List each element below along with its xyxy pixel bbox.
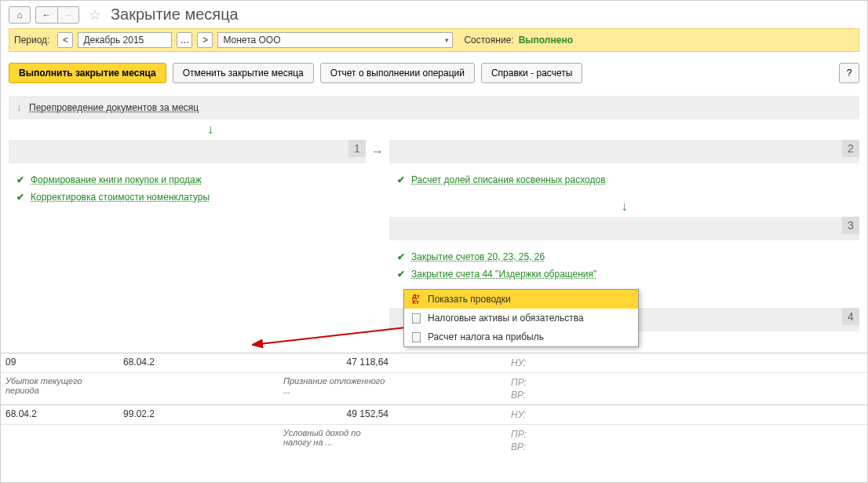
run-close-button[interactable]: Выполнить закрытие месяца (9, 63, 166, 83)
down-arrow-icon: ↓ (16, 102, 21, 113)
entries-icon: ДтКт (410, 294, 421, 305)
ledger-account-credit: 68.04.2 (119, 353, 236, 372)
help-button[interactable]: ? (839, 63, 859, 83)
back-button[interactable]: ← (35, 6, 57, 24)
flow-arrow-icon: ↓ (389, 196, 859, 217)
tax-label: ВР: (511, 441, 863, 453)
period-next-button[interactable]: > (197, 32, 213, 48)
ledger-amount: 49 152,54 (236, 405, 393, 424)
op-link[interactable]: Закрытие счетов 20, 23, 25, 26 (411, 251, 545, 262)
menu-item-show-entries[interactable]: ДтКт Показать проводки (404, 290, 638, 309)
action-bar: Выполнить закрытие месяца Отменить закры… (1, 52, 867, 91)
workflow-col-left: 1 ✔ Формирование книги покупок и продаж … (9, 140, 366, 331)
menu-item-label: Показать проводки (428, 294, 511, 305)
check-icon: ✔ (16, 192, 24, 203)
top-nav-bar: ⌂ ← → ☆ Закрытие месяца (1, 1, 867, 28)
block-2-header: 2 (389, 140, 859, 163)
op-link[interactable]: Формирование книги покупок и продаж (31, 174, 202, 185)
menu-item-label: Налоговые активы и обязательства (428, 313, 584, 324)
tax-labels: ПР: ВР: (495, 373, 867, 404)
reprov-block: ↓ Перепроведение документов за месяц (9, 96, 859, 119)
arrow-right-icon: → (64, 9, 73, 20)
block-1-ops: ✔ Формирование книги покупок и продаж ✔ … (9, 163, 366, 328)
block-number: 2 (842, 140, 859, 157)
reprov-link[interactable]: Перепроведение документов за месяц (29, 102, 199, 113)
ledger-desc2: Признание отложенного ... (236, 373, 393, 404)
arrow-left-icon: ← (42, 9, 52, 20)
period-prev-button[interactable]: < (57, 32, 73, 48)
tax-label: ПР: (511, 376, 863, 389)
workflow-grid: 1 ✔ Формирование книги покупок и продаж … (9, 140, 859, 331)
state-value: Выполнено (519, 35, 573, 46)
ledger-panel: 09 68.04.2 47 118,64 НУ: Убыток текущего… (1, 353, 867, 482)
flow-arrow-icon: ↓ (0, 119, 867, 140)
page-title: Закрытие месяца (111, 5, 239, 24)
op-item: ✔ Корректировка стоимости номенклатуры (16, 188, 358, 206)
block-2-ops: ✔ Расчет долей списания косвенных расход… (389, 163, 859, 196)
ledger-desc2: Условный доход по налогу на ... (236, 425, 393, 456)
document-icon (410, 313, 421, 324)
period-picker-button[interactable]: … (177, 32, 192, 48)
ledger-desc (1, 425, 119, 456)
period-label: Период: (14, 35, 49, 46)
home-button[interactable]: ⌂ (9, 6, 31, 24)
op-item: ✔ Закрытие счета 44 "Издержки обращения" (397, 265, 852, 283)
tax-labels: ПР: ВР: (495, 425, 867, 456)
period-bar: Период: < Декабрь 2015 … > Монета ООО ▾ … (9, 28, 859, 52)
ledger-row: Убыток текущего периода Признание отложе… (1, 373, 867, 405)
document-icon (410, 331, 421, 342)
period-input[interactable]: Декабрь 2015 (78, 32, 172, 48)
ledger-amount: 47 118,64 (236, 353, 393, 372)
block-number: 3 (842, 217, 859, 234)
tax-label: ВР: (511, 389, 863, 401)
op-link[interactable]: Закрытие счета 44 "Издержки обращения" (411, 269, 596, 280)
period-value: Декабрь 2015 (83, 35, 144, 46)
report-button[interactable]: Отчет о выполнении операций (320, 63, 475, 83)
references-button[interactable]: Справки - расчеты (481, 63, 582, 83)
block-number: 4 (842, 308, 859, 325)
tax-label: НУ: (511, 357, 863, 369)
ledger-row: 68.04.2 99.02.2 49 152,54 НУ: (1, 405, 867, 425)
block-3-header: 3 (389, 217, 859, 240)
state-label: Состояние: (464, 35, 513, 46)
check-icon: ✔ (397, 174, 405, 185)
cancel-close-button[interactable]: Отменить закрытие месяца (173, 63, 314, 83)
ledger-account-debit: 09 (1, 353, 119, 372)
menu-item-tax-assets[interactable]: Налоговые активы и обязательства (404, 309, 638, 327)
home-icon: ⌂ (16, 9, 22, 20)
block-number: 1 (348, 140, 366, 157)
op-item: ✔ Формирование книги покупок и продаж (16, 171, 358, 188)
organization-select[interactable]: Монета ООО ▾ (217, 32, 453, 48)
ledger-account-debit: 68.04.2 (1, 405, 119, 424)
tax-labels: НУ: (495, 353, 867, 372)
organization-value: Монета ООО (223, 35, 280, 46)
workflow-col-right: 2 ✔ Расчет долей списания косвенных расх… (389, 140, 859, 331)
op-item: ✔ Расчет долей списания косвенных расход… (397, 171, 852, 188)
ledger-row: 09 68.04.2 47 118,64 НУ: (1, 353, 867, 373)
ledger-desc: Убыток текущего периода (1, 373, 119, 404)
app-window: ⌂ ← → ☆ Закрытие месяца Период: < Декабр… (0, 0, 868, 483)
check-icon: ✔ (16, 174, 24, 185)
tax-label: НУ: (511, 408, 863, 421)
menu-item-label: Расчет налога на прибыль (428, 331, 544, 342)
menu-item-profit-tax[interactable]: Расчет налога на прибыль (404, 327, 638, 346)
tax-labels: НУ: (495, 405, 867, 424)
check-icon: ✔ (397, 269, 405, 280)
op-link[interactable]: Корректировка стоимости номенклатуры (31, 192, 210, 203)
ledger-account-credit: 99.02.2 (119, 405, 236, 424)
flow-arrow-right-icon: → (366, 140, 389, 331)
context-menu: ДтКт Показать проводки Налоговые активы … (403, 289, 639, 347)
favorite-star-icon[interactable]: ☆ (89, 6, 101, 24)
block-1-header: 1 (9, 140, 366, 163)
ledger-row: Условный доход по налогу на ... ПР: ВР: (1, 425, 867, 456)
tax-label: ПР: (511, 428, 863, 441)
block-3-ops: ✔ Закрытие счетов 20, 23, 25, 26 ✔ Закры… (389, 240, 859, 291)
check-icon: ✔ (397, 251, 405, 262)
op-item: ✔ Закрытие счетов 20, 23, 25, 26 (397, 248, 852, 265)
op-link[interactable]: Расчет долей списания косвенных расходов (411, 174, 606, 185)
chevron-down-icon: ▾ (445, 36, 449, 44)
forward-button[interactable]: → (57, 6, 79, 24)
